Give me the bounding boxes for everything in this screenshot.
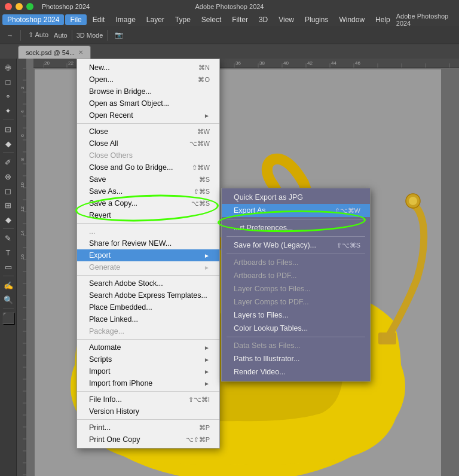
menu-plugins[interactable]: Plugins (300, 14, 333, 25)
menu-save-copy[interactable]: Save a Copy... ⌥⌘S (77, 197, 219, 209)
menu-close[interactable]: Close ⌘W (77, 126, 219, 138)
brush-tool[interactable]: ✐ (2, 155, 15, 169)
blur-tool[interactable]: ◆ (2, 213, 15, 226)
menu-open-recent[interactable]: Open Recent ► (77, 109, 219, 121)
menu-export[interactable]: Export ► (77, 249, 219, 261)
menu-package: Package... (77, 325, 219, 337)
3d-mode-label: 3D Mode (76, 32, 103, 39)
tab-close-icon[interactable]: ✕ (78, 49, 83, 56)
select-tool[interactable]: □ (2, 75, 15, 89)
submenu-quick-export-jpg[interactable]: Quick Export as JPG (222, 191, 370, 204)
titlebar: Photoshop 2024 Adobe Photoshop 2024 (0, 0, 459, 13)
svg-text:12: 12 (20, 206, 25, 212)
svg-rect-81 (378, 332, 396, 344)
toolbar-separator-1 (20, 30, 21, 41)
submenu-save-web[interactable]: Save for Web (Legacy)... ⇧⌥⌘S (222, 239, 370, 252)
toolbar-separator-2 (72, 30, 72, 41)
submenu-render-video[interactable]: Render Video... (222, 365, 370, 379)
arrow-tool-btn[interactable]: → (4, 30, 16, 40)
menu-browse-bridge[interactable]: Browse in Bridge... (77, 86, 219, 97)
svg-text:36: 36 (235, 60, 241, 66)
close-button[interactable] (5, 3, 12, 10)
hand-tool[interactable]: ✍ (2, 279, 15, 292)
ruler-corner (17, 59, 26, 68)
sep5 (77, 391, 219, 392)
menu-close-all[interactable]: Close All ⌥⌘W (77, 138, 219, 149)
menu-place-linked[interactable]: Place Linked... (77, 313, 219, 325)
menu-view[interactable]: View (274, 14, 299, 25)
menu-window[interactable]: Window (334, 14, 369, 25)
zoom-tool[interactable]: 🔍 (2, 293, 15, 306)
menu-save[interactable]: Save ⌘S (77, 173, 219, 185)
submenu-sep2 (227, 236, 365, 237)
menu-generate: Generate ► (77, 261, 219, 273)
menu-automate[interactable]: Automate ► (77, 341, 219, 353)
menu-3d[interactable]: 3D (254, 14, 273, 25)
file-menu-popup[interactable]: New... ⌘N Open... ⌘O Browse in Bridge...… (76, 59, 220, 448)
submenu-export-as[interactable]: Export As... ⇧⌥⌘W (222, 204, 370, 217)
shape-tool[interactable]: ▭ (2, 260, 15, 273)
tab-label: sock.psd @ 54... (26, 49, 75, 56)
eyedropper-tool[interactable]: ◆ (2, 137, 15, 150)
menu-version-history[interactable]: Version History (77, 405, 219, 417)
menu-edit[interactable]: Edit (88, 14, 110, 25)
tool-separator-4 (3, 276, 14, 276)
submenu-layers-files[interactable]: Layers to Files... (222, 309, 370, 322)
svg-text:40: 40 (283, 60, 289, 66)
gradient-tool[interactable]: ⊞ (2, 199, 15, 212)
menu-print-one-copy[interactable]: Print One Copy ⌥⇧⌘P (77, 434, 219, 446)
auto-btn[interactable]: ⇧ Auto (25, 30, 51, 40)
menu-file[interactable]: File (65, 14, 86, 25)
toolbar-camera[interactable]: 📷 (112, 30, 126, 40)
svg-text:6: 6 (20, 134, 25, 137)
submenu-sep4 (227, 337, 365, 337)
menu-help[interactable]: Help (371, 14, 395, 25)
menu-scripts[interactable]: Scripts ► (77, 353, 219, 365)
menu-import[interactable]: Import ► (77, 365, 219, 377)
menu-open[interactable]: Open... ⌘O (77, 74, 219, 86)
menu-search-express[interactable]: Search Adobe Express Templates... (77, 289, 219, 301)
submenu-paths-illustrator[interactable]: Paths to Illustrator... (222, 352, 370, 365)
menu-layer[interactable]: Layer (142, 14, 169, 25)
pen-tool[interactable]: ✎ (2, 231, 15, 245)
menu-import-iphone[interactable]: Import from iPhone ► (77, 377, 219, 389)
lasso-tool[interactable]: ⚬ (2, 90, 15, 103)
text-tool[interactable]: T (2, 246, 15, 259)
menu-place-embedded[interactable]: Place Embedded... (77, 301, 219, 313)
export-submenu-popup[interactable]: Quick Export as JPG Export As... ⇧⌥⌘W ..… (221, 188, 371, 382)
menu-photoshop[interactable]: Photoshop 2024 (2, 14, 64, 25)
svg-text:44: 44 (331, 60, 336, 66)
move-tool[interactable]: ✙ (2, 61, 15, 74)
minimize-button[interactable] (16, 3, 23, 10)
menu-open-smart[interactable]: Open as Smart Object... (77, 97, 219, 109)
menu-select[interactable]: Select (197, 14, 226, 25)
menu-dots: ... (77, 225, 219, 237)
clone-tool[interactable]: ⊕ (2, 170, 15, 183)
menubar: Photoshop 2024 File Edit Image Layer Typ… (0, 13, 459, 26)
menu-image[interactable]: Image (111, 14, 140, 25)
menu-close-bridge[interactable]: Close and Go to Bridge... ⇧⌘W (77, 161, 219, 173)
menu-file-info[interactable]: File Info... ⇧⌥⌘I (77, 393, 219, 405)
magic-wand-tool[interactable]: ✦ (2, 104, 15, 117)
fg-bg-colors[interactable]: ⬛ (2, 312, 15, 325)
menu-new[interactable]: New... ⌘N (77, 62, 219, 74)
svg-text:10: 10 (20, 182, 25, 188)
eraser-tool[interactable]: ◻ (2, 184, 15, 197)
svg-text:22: 22 (68, 60, 74, 66)
ruler-vertical: 2 4 6 8 10 12 14 16 (17, 59, 26, 476)
menu-type[interactable]: Type (170, 14, 195, 25)
menu-share-review[interactable]: Share for Review NEW... (77, 237, 219, 249)
submenu-rt-prefs[interactable]: ...rt Preferences... (222, 221, 370, 234)
menu-revert[interactable]: Revert (77, 209, 219, 221)
maximize-button[interactable] (26, 3, 33, 10)
menu-search-stock[interactable]: Search Adobe Stock... (77, 277, 219, 289)
menu-print[interactable]: Print... ⌘P (77, 422, 219, 434)
menu-save-as[interactable]: Save As... ⇧⌘S (77, 185, 219, 197)
crop-tool[interactable]: ⊡ (2, 123, 15, 136)
mode-label: Auto (54, 32, 68, 39)
tool-separator-5 (3, 309, 14, 309)
tool-separator-3 (3, 228, 14, 229)
menu-filter[interactable]: Filter (227, 14, 253, 25)
active-tab[interactable]: sock.psd @ 54... ✕ (18, 45, 91, 59)
submenu-color-lookup[interactable]: Color Lookup Tables... (222, 322, 370, 335)
